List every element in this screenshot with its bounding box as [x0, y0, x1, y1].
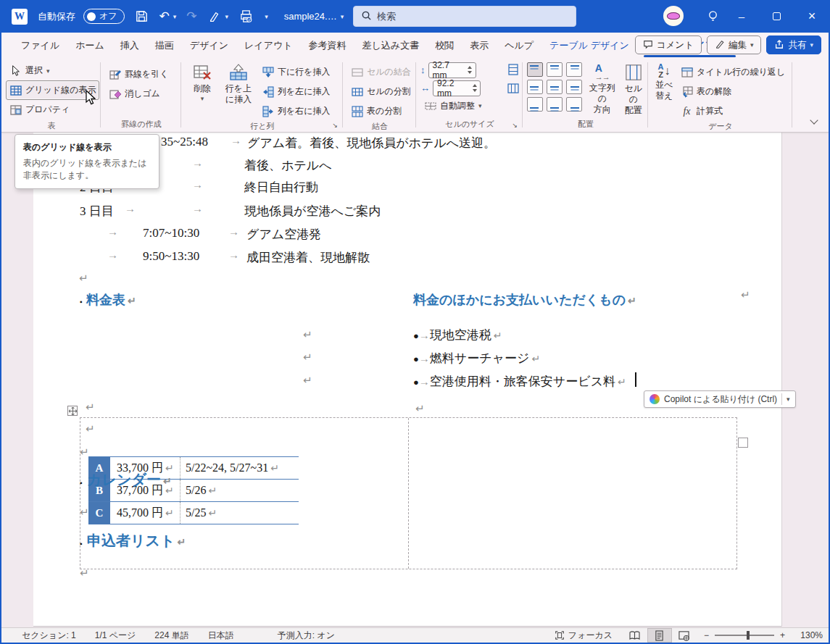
dates-cell[interactable]: 5/25↵ — [180, 502, 299, 524]
copilot-dropdown-icon[interactable]: ▾ — [781, 393, 790, 405]
table-resize-handle[interactable] — [738, 438, 748, 448]
close-button[interactable]: × — [795, 0, 829, 33]
copilot-paste-button[interactable]: Copilot による貼り付け (Ctrl) ▾ — [644, 390, 796, 408]
price-cell[interactable]: 45,700 円↵ — [110, 502, 180, 524]
row-height-spinner[interactable]: 32.7 mm — [428, 62, 476, 78]
align-center-button[interactable] — [547, 80, 563, 94]
zoom-percentage[interactable]: 130% — [794, 630, 823, 640]
status-language[interactable]: 日本語 — [208, 630, 234, 642]
insert-left-button[interactable]: 列を左に挿入 — [258, 82, 334, 101]
autofit-button[interactable]: 自動調整 ▾ — [420, 97, 486, 114]
tab-file[interactable]: ファイル — [13, 33, 67, 58]
column-width-value[interactable]: 92.2 mm — [433, 78, 470, 99]
delete-button[interactable]: 削除 ▾ — [186, 61, 219, 103]
table-row[interactable]: C 45,700 円↵ 5/25↵ — [88, 502, 299, 524]
status-word-count[interactable]: 224 単語 — [154, 630, 188, 642]
undo-dropdown-icon[interactable]: ▾ — [173, 13, 177, 20]
minimize-button[interactable]: – — [725, 0, 758, 33]
plan-cell[interactable]: C — [88, 502, 110, 524]
dates-cell[interactable]: 5/26↵ — [180, 480, 299, 501]
pen-dropdown-icon[interactable]: ▾ — [225, 13, 229, 20]
status-ime-prediction[interactable]: 予測入力: オン — [278, 630, 335, 642]
zoom-in-button[interactable]: + — [780, 630, 785, 640]
quick-print-button[interactable] — [238, 9, 253, 24]
collapse-ribbon-button[interactable] — [810, 116, 818, 125]
price-table[interactable]: A 33,700 円↵ 5/22~24, 5/27~31↵ B 37,700 円… — [88, 456, 299, 524]
tab-design[interactable]: デザイン — [182, 33, 236, 58]
applicants-heading[interactable]: 申込者リスト↵ — [87, 531, 186, 551]
align-top-center-button[interactable] — [547, 62, 563, 77]
search-input[interactable] — [377, 11, 544, 22]
convert-to-text-button[interactable]: 表の解除 — [677, 82, 789, 101]
insert-above-button[interactable]: 行を上 に挿入 — [222, 61, 255, 105]
focus-mode-button[interactable]: フォーカス — [555, 630, 613, 642]
column-width-spinner[interactable]: 92.2 mm — [433, 80, 481, 96]
tab-mailings[interactable]: 差し込み文書 — [354, 33, 428, 58]
document-title[interactable]: sample24.… ▾ — [284, 11, 344, 22]
status-section[interactable]: セクション: 1 — [22, 630, 76, 642]
distribute-rows-icon[interactable] — [507, 63, 519, 75]
bullet-item[interactable]: ●→空港使用料・旅客保安サービス料↵ — [413, 373, 626, 390]
text-direction-button[interactable]: A →→ 文字列の 方向 — [588, 61, 617, 115]
status-page[interactable]: 1/1 ページ — [95, 630, 136, 642]
customize-quick-access-button[interactable]: ▾ — [263, 13, 268, 20]
row-height-stepper[interactable] — [466, 66, 476, 74]
tab-draw[interactable]: 描画 — [147, 33, 182, 58]
search-bar[interactable] — [353, 6, 576, 27]
maximize-button[interactable] — [760, 0, 793, 33]
table-move-handle[interactable] — [67, 406, 78, 416]
tab-home[interactable]: ホーム — [67, 33, 112, 58]
share-button[interactable]: 共有 ▾ — [766, 35, 821, 54]
extra-heading[interactable]: 料金のほかにお支払いいただくもの↵ — [413, 291, 636, 309]
web-layout-button[interactable] — [672, 628, 697, 643]
align-bottom-right-button[interactable] — [566, 97, 582, 112]
eraser-button[interactable]: 消しゴム — [105, 84, 164, 104]
save-button[interactable] — [135, 9, 149, 24]
undo-button[interactable]: ↶ ▾ — [159, 10, 177, 22]
row-height-value[interactable]: 32.7 mm — [429, 60, 466, 80]
align-bottom-left-button[interactable] — [527, 97, 543, 112]
comments-button[interactable]: コメント — [635, 35, 702, 54]
tab-review[interactable]: 校閲 — [427, 33, 462, 58]
zoom-slider[interactable] — [715, 635, 774, 636]
align-top-left-button[interactable] — [527, 62, 543, 77]
tab-table-design[interactable]: テーブル デザイン — [541, 33, 637, 58]
insert-below-button[interactable]: 下に行を挿入 — [258, 62, 334, 82]
draw-touch-button[interactable]: ▾ — [207, 9, 229, 24]
print-layout-button[interactable] — [647, 628, 672, 643]
split-table-button[interactable]: 表の分割 — [347, 101, 405, 121]
tab-insert[interactable]: 挿入 — [112, 33, 147, 58]
tab-view[interactable]: 表示 — [462, 33, 497, 58]
zoom-slider-thumb[interactable] — [747, 631, 750, 640]
zoom-out-button[interactable]: − — [704, 630, 709, 640]
align-bottom-center-button[interactable] — [547, 97, 563, 112]
align-center-left-button[interactable] — [527, 80, 543, 94]
draw-table-button[interactable]: 罫線を引く — [105, 64, 173, 84]
sort-button[interactable]: AZ ↓ 並べ替え — [652, 61, 676, 101]
cell-size-dialog-launcher-icon[interactable]: ↘ — [512, 122, 518, 129]
repeat-header-rows-button[interactable]: タイトル行の繰り返し — [677, 62, 789, 82]
tab-help[interactable]: ヘルプ — [497, 33, 541, 58]
price-heading[interactable]: 料金表↵ — [86, 291, 136, 309]
rows-columns-dialog-launcher-icon[interactable]: ↘ — [332, 122, 338, 129]
bullet-item[interactable]: ●→燃料サーチャージ↵ — [413, 350, 540, 367]
stepper-up-icon[interactable] — [468, 66, 472, 69]
document-dropdown-icon[interactable]: ▾ — [341, 13, 344, 20]
insert-right-button[interactable]: 列を右に挿入 — [258, 101, 334, 121]
autosave-control[interactable]: 自動保存 オフ — [38, 9, 125, 24]
dates-cell[interactable]: 5/22~24, 5/27~31↵ — [180, 457, 299, 479]
cell-margins-button[interactable]: セルの 配置 — [623, 61, 644, 116]
calendar-heading[interactable]: カレンダー↵ — [87, 470, 172, 490]
stepper-down-icon[interactable] — [468, 71, 472, 74]
formula-button[interactable]: fx 計算式 — [677, 101, 789, 121]
align-top-right-button[interactable] — [566, 62, 582, 77]
autosave-toggle[interactable]: オフ — [83, 9, 125, 24]
column-width-stepper[interactable] — [470, 84, 480, 92]
split-cells-button[interactable]: セルの分割 — [347, 82, 415, 101]
tab-references[interactable]: 参考資料 — [301, 33, 354, 58]
select-button[interactable]: 選択 ▾ — [6, 61, 54, 80]
word-app-icon[interactable]: W — [12, 9, 28, 25]
properties-button[interactable]: プロパティ — [6, 100, 73, 120]
tab-layout[interactable]: レイアウト — [236, 33, 301, 58]
align-center-right-button[interactable] — [566, 80, 582, 94]
